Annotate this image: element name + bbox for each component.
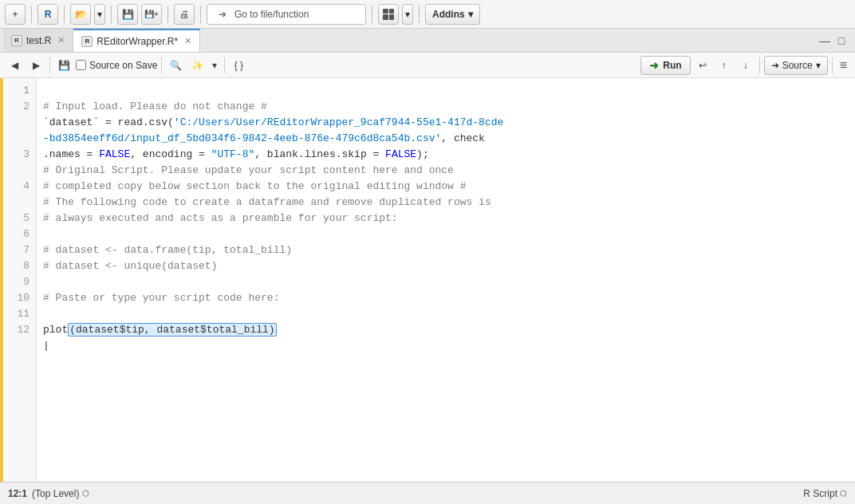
code-line-1: # Input load. Please do not change # [43,100,267,112]
run-button[interactable]: ➜ Run [640,56,690,75]
line-num-7: 7 [3,242,36,258]
status-bar: 12:1 (Top Level) ⬡ R Script ⬡ [0,482,855,504]
rerun-button[interactable]: ↩ [693,56,712,75]
menu-button[interactable]: ≡ [837,58,850,73]
code-line-6: # dataset <- data.frame(tip, total_bill) [43,244,292,256]
tab-r-icon: R [11,35,22,46]
open-dropdown[interactable]: ▾ [94,4,105,25]
sep6 [372,6,372,23]
code-line-12: | [43,340,49,352]
ed-sep2 [161,57,162,73]
grid-dropdown[interactable]: ▾ [402,4,413,25]
editor-toolbar: ◀ ▶ 💾 Source on Save 🔍 ✨ ▾ { } ➜ Run ↩ ↑… [0,53,855,78]
source-on-save-toggle[interactable]: Source on Save [76,60,157,71]
ed-sep1 [49,57,50,73]
tab-reditorwrapper-close[interactable]: ✕ [184,36,191,46]
source-button[interactable]: ➜ Source ▾ [764,56,828,75]
line-num-10: 10 [3,290,36,306]
yellow-bar [0,78,3,482]
line-num-8: 8 [3,258,36,274]
ed-sep5 [832,57,833,73]
top-level-selector[interactable]: (Top Level) ⬡ [32,488,89,499]
status-right: R Script ⬡ [803,488,847,499]
grid-icon [383,9,394,20]
tab-test-r[interactable]: R test.R ✕ [3,29,73,52]
status-left: 12:1 (Top Level) ⬡ [8,488,89,499]
goto-input[interactable]: ➜ Go to file/function [207,4,366,25]
sep7 [419,6,420,23]
line-num-5: 5 [3,211,36,226]
source-on-save-label: Source on Save [89,60,157,71]
sep1 [31,6,32,23]
goto-arrow-icon: ➜ [219,9,227,20]
spellcheck-dropdown[interactable]: ▾ [209,56,220,75]
script-type-chevron-icon: ⬡ [840,489,847,498]
code-line-3: # Original Script. Please update your sc… [43,164,467,192]
tab-test-r-close[interactable]: ✕ [57,35,65,45]
tabs-left: R test.R ✕ R REditorWrapper.R* ✕ [3,29,200,52]
modules-button[interactable] [378,4,399,25]
new-file-button[interactable]: + [5,4,26,25]
sep2 [64,6,65,23]
tab-reditorwrapper-label: REditorWrapper.R* [97,36,178,47]
line-num-11: 11 [3,306,36,322]
up-button[interactable]: ↑ [715,56,734,75]
run-label: Run [663,60,681,71]
line-num-12: 12 [3,322,36,338]
script-type-selector[interactable]: R Script ⬡ [803,488,847,499]
source-dropdown-icon[interactable]: ▾ [816,60,821,71]
top-toolbar: + R 📂 ▾ 💾 💾+ 🖨 ➜ Go to file/function ▾ A… [0,0,855,29]
code-line-2: `dataset` = read.csv('C:/Users/User/REdi… [43,116,503,160]
tab-maximize-button[interactable]: □ [834,33,849,48]
run-arrow-icon: ➜ [649,59,659,72]
line-num-1: 1 [3,83,36,99]
tabs-bar: R test.R ✕ R REditorWrapper.R* ✕ — □ [0,29,855,53]
open-button[interactable]: 📂 [70,4,91,25]
back-button[interactable]: ◀ [5,56,24,75]
line-num-4: 4 [3,179,36,211]
top-level-label: (Top Level) [32,488,79,499]
line-num-6: 6 [3,226,36,242]
addins-chevron-icon: ▾ [468,9,473,20]
forward-button[interactable]: ▶ [26,56,45,75]
goto-label: Go to file/function [234,9,309,20]
addins-label: Addins [432,9,465,20]
code-button[interactable]: { } [229,56,248,75]
source-on-save-checkbox[interactable] [76,60,86,70]
search-button[interactable]: 🔍 [166,56,185,75]
addins-button[interactable]: Addins ▾ [425,4,480,25]
sep4 [167,6,168,23]
save-button[interactable]: 💾 [117,4,138,25]
sep3 [111,6,112,23]
line-num-2: 2 [3,99,36,147]
tabs-right: — □ [818,33,852,48]
script-type-label: R Script [803,488,837,499]
line-num-9: 9 [3,274,36,290]
line-numbers: 1 2 3 4 5 6 7 8 9 10 11 12 [0,78,37,482]
level-chevron-icon: ⬡ [82,489,89,498]
tab-test-r-label: test.R [26,35,51,46]
code-line-11: plot(dataset$tip, dataset$total_bill) [43,323,277,337]
tab-minimize-button[interactable]: — [818,33,832,48]
editor-toolbar-right: ➜ Run ↩ ↑ ↓ ➜ Source ▾ ≡ [640,56,850,75]
code-line-9: # Paste or type your script code here: [43,292,279,304]
print-button[interactable]: 🖨 [174,4,195,25]
source-arrow-icon: ➜ [771,60,779,71]
tab-reditorwrapper-icon: R [81,36,93,47]
editor-area: 1 2 3 4 5 6 7 8 9 10 11 12 # Input load.… [0,78,855,482]
ed-sep3 [224,57,225,73]
editor-save-button[interactable]: 💾 [54,56,73,75]
r-icon-button[interactable]: R [37,4,58,25]
cursor-position: 12:1 [8,488,27,499]
line-num-3: 3 [3,147,36,179]
ed-sep4 [759,57,760,73]
sep5 [200,6,201,23]
tab-reditorwrapper-r[interactable]: R REditorWrapper.R* ✕ [73,29,200,52]
down-button[interactable]: ↓ [736,56,755,75]
spellcheck-button[interactable]: ✨ [187,56,207,75]
source-label: Source [782,60,813,71]
code-content[interactable]: # Input load. Please do not change # `da… [37,78,855,482]
code-line-4: # The following code to create a datafra… [43,196,491,224]
code-line-7: # dataset <- unique(dataset) [43,260,217,272]
save-all-button[interactable]: 💾+ [141,4,162,25]
